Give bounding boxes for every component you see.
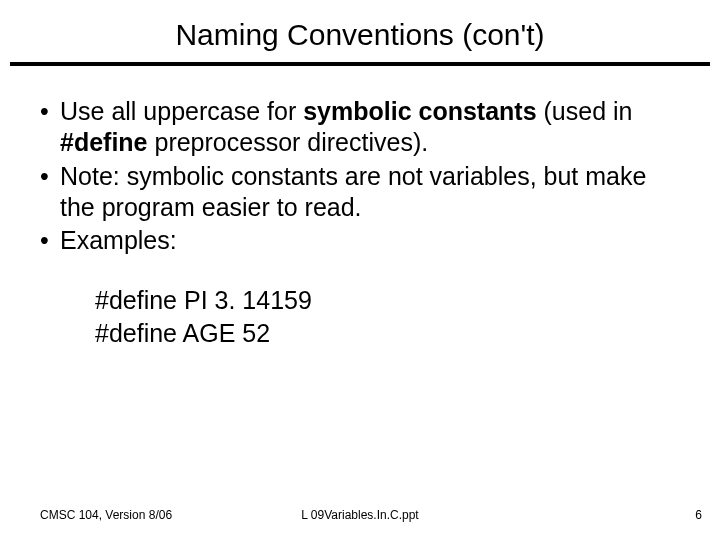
bullet-item: • Examples: — [40, 225, 680, 256]
bullet-mark: • — [40, 96, 60, 159]
example-line: #define AGE 52 — [95, 317, 680, 350]
footer-page-number: 6 — [695, 508, 702, 522]
bullet-item: • Use all uppercase for symbolic constan… — [40, 96, 680, 159]
text-bold: #define — [60, 128, 148, 156]
text-run: (used in — [537, 97, 633, 125]
text-bold: symbolic constants — [303, 97, 536, 125]
examples-block: #define PI 3. 14159 #define AGE 52 — [95, 284, 680, 349]
bullet-text: Examples: — [60, 225, 680, 256]
slide-title: Naming Conventions (con't) — [0, 0, 720, 62]
slide-content: • Use all uppercase for symbolic constan… — [0, 66, 720, 349]
bullet-mark: • — [40, 225, 60, 256]
example-line: #define PI 3. 14159 — [95, 284, 680, 317]
slide: Naming Conventions (con't) • Use all upp… — [0, 0, 720, 540]
bullet-text: Use all uppercase for symbolic constants… — [60, 96, 680, 159]
text-run: Use all uppercase for — [60, 97, 303, 125]
footer-center: L 09Variables.In.C.ppt — [0, 508, 720, 522]
text-run: preprocessor directives). — [148, 128, 429, 156]
bullet-item: • Note: symbolic constants are not varia… — [40, 161, 680, 224]
bullet-mark: • — [40, 161, 60, 224]
bullet-text: Note: symbolic constants are not variabl… — [60, 161, 680, 224]
